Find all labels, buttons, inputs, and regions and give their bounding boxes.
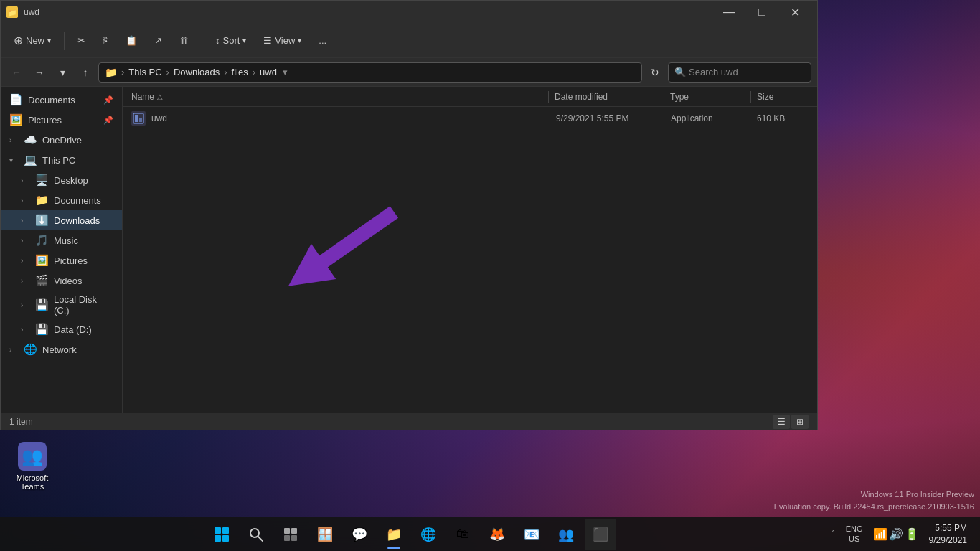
start-button[interactable] — [206, 519, 237, 550]
task-view-button[interactable] — [275, 519, 306, 550]
minimize-button[interactable]: — — [712, 1, 745, 24]
title-bar: 📁 uwd — □ ✕ — [1, 1, 817, 24]
system-tray-expand-icon[interactable]: ˄ — [831, 529, 836, 540]
toolbar-separator-1 — [64, 32, 65, 50]
terminal-taskbar-button[interactable]: ⬛ — [585, 519, 616, 550]
search-box[interactable]: 🔍 Search uwd — [668, 62, 811, 83]
column-size[interactable]: Size — [751, 92, 809, 102]
explorer-window: 📁 uwd — □ ✕ ⊕ New ▾ ✂ ⎘ 📋 ↗ 🗑 — [0, 0, 818, 430]
view-button[interactable]: ☰ View ▾ — [256, 28, 308, 54]
delete-icon: 🗑 — [179, 35, 189, 46]
recent-button[interactable]: ▾ — [52, 62, 72, 83]
sidebar-item-music[interactable]: › 🎵 Music — [1, 230, 122, 250]
column-type[interactable]: Type — [664, 92, 750, 102]
network-chevron-icon: › — [9, 346, 18, 354]
copy-button[interactable]: ⎘ — [95, 28, 116, 54]
sidebar-local-disk-label: Local Disk (C:) — [54, 294, 113, 316]
status-text: 1 item — [9, 417, 33, 427]
more-button[interactable]: ... — [311, 28, 334, 54]
documents-sidebar-icon: 📁 — [35, 194, 48, 207]
sidebar-item-desktop[interactable]: › 🖥️ Desktop — [1, 170, 122, 190]
sidebar-item-downloads[interactable]: › ⬇️ Downloads — [1, 210, 122, 230]
battery-icon[interactable]: 🔋 — [905, 527, 919, 541]
sidebar-item-onedrive[interactable]: › ☁️ OneDrive — [1, 130, 122, 150]
file-type-cell: Application — [665, 113, 751, 123]
sidebar-item-local-disk[interactable]: › 💾 Local Disk (C:) — [1, 291, 122, 319]
firefox-taskbar-button[interactable]: 🦊 — [481, 519, 513, 550]
svg-point-8 — [250, 529, 259, 537]
svg-rect-5 — [222, 527, 229, 534]
local-disk-chevron-icon: › — [21, 301, 29, 309]
local-disk-icon: 💾 — [35, 298, 48, 311]
delete-button[interactable]: 🗑 — [172, 28, 196, 54]
refresh-button[interactable]: ↻ — [645, 62, 665, 83]
file-explorer-taskbar-button[interactable]: 📁 — [378, 519, 410, 550]
toolbar-separator-2 — [202, 32, 202, 50]
sort-button[interactable]: ↕ Sort ▾ — [208, 28, 253, 54]
svg-rect-10 — [284, 528, 290, 534]
pictures-chevron-icon: › — [21, 257, 29, 265]
teams-taskbar-button[interactable]: 👥 — [550, 519, 582, 550]
downloads-chevron-icon: › — [21, 217, 29, 225]
pictures-sidebar-icon: 🖼️ — [35, 254, 48, 267]
sidebar-item-pictures[interactable]: › 🖼️ Pictures — [1, 250, 122, 270]
clock[interactable]: 5:55 PM 9/29/2021 — [925, 519, 971, 550]
wifi-icon[interactable]: 📶 — [873, 527, 887, 541]
file-size: 610 KB — [757, 113, 785, 123]
data-disk-icon: 💾 — [35, 323, 48, 336]
music-sidebar-icon: 🎵 — [35, 234, 48, 247]
sidebar-item-pictures-pinned[interactable]: 🖼️ Pictures 📌 — [1, 110, 122, 130]
store-taskbar-button[interactable]: 🛍 — [447, 519, 479, 550]
path-sep-3: › — [224, 67, 227, 77]
file-date: 9/29/2021 5:55 PM — [556, 113, 628, 123]
desktop-chevron-icon: › — [21, 176, 29, 184]
language-button[interactable]: ENGUS — [842, 522, 867, 546]
search-button[interactable] — [240, 519, 272, 550]
this-pc-chevron-icon: ▾ — [9, 156, 18, 164]
column-name[interactable]: Name △ — [131, 92, 548, 102]
grid-view-button[interactable]: ⊞ — [791, 415, 809, 429]
sidebar-item-data[interactable]: › 💾 Data (D:) — [1, 319, 122, 339]
volume-icon[interactable]: 🔊 — [889, 527, 903, 541]
documents-pinned-icon: 📄 — [9, 93, 22, 106]
address-path[interactable]: 📁 › This PC › Downloads › files › uwd ▾ — [98, 62, 642, 83]
onedrive-icon: ☁️ — [24, 133, 37, 146]
close-button[interactable]: ✕ — [778, 1, 811, 24]
sidebar-item-documents-pinned[interactable]: 📄 Documents 📌 — [1, 90, 122, 110]
sidebar-network-label: Network — [42, 344, 113, 355]
widgets-button[interactable]: 🪟 — [309, 519, 341, 550]
sidebar-music-label: Music — [54, 235, 113, 246]
path-this-pc: This PC — [128, 67, 161, 77]
watermark: Windows 11 Pro Insider Preview Evaluatio… — [774, 489, 974, 512]
up-button[interactable]: ↑ — [75, 62, 95, 83]
sidebar-data-label: Data (D:) — [54, 324, 113, 335]
this-pc-icon: 💻 — [24, 154, 37, 166]
forward-button[interactable]: → — [29, 62, 50, 83]
back-button[interactable]: ← — [6, 62, 27, 83]
outlook-taskbar-button[interactable]: 📧 — [516, 519, 547, 550]
desktop-sidebar-icon: 🖥️ — [35, 174, 48, 187]
path-files: files — [232, 67, 248, 77]
sidebar-videos-label: Videos — [54, 276, 113, 286]
taskbar-start-region: 🪟 💬 📁 🌐 🛍 🦊 📧 👥 ⬛ — [0, 519, 822, 550]
sidebar-item-network[interactable]: › 🌐 Network — [1, 339, 122, 359]
path-dropdown-icon: ▾ — [283, 67, 288, 77]
chat-button[interactable]: 💬 — [344, 519, 375, 550]
column-date[interactable]: Date modified — [549, 92, 664, 102]
sidebar-item-this-pc[interactable]: ▾ 💻 This PC — [1, 150, 122, 170]
paste-button[interactable]: 📋 — [118, 28, 144, 54]
table-row[interactable]: uwd 9/29/2021 5:55 PM Application 610 KB — [123, 107, 817, 130]
file-type: Application — [671, 113, 713, 123]
pin-icon-1: 📌 — [103, 95, 113, 105]
list-view-button[interactable]: ☰ — [773, 415, 790, 429]
cut-button[interactable]: ✂ — [70, 28, 93, 54]
share-button[interactable]: ↗ — [147, 28, 169, 54]
maximize-button[interactable]: □ — [745, 1, 778, 24]
sidebar-item-documents[interactable]: › 📁 Documents — [1, 190, 122, 210]
sidebar-item-videos[interactable]: › 🎬 Videos — [1, 270, 122, 291]
new-button[interactable]: ⊕ New ▾ — [6, 28, 58, 54]
teams-desktop-icon[interactable]: 👥 Microsoft Teams — [7, 438, 57, 495]
svg-rect-11 — [291, 528, 297, 534]
column-type-label: Type — [670, 92, 689, 102]
edge-taskbar-button[interactable]: 🌐 — [413, 519, 444, 550]
